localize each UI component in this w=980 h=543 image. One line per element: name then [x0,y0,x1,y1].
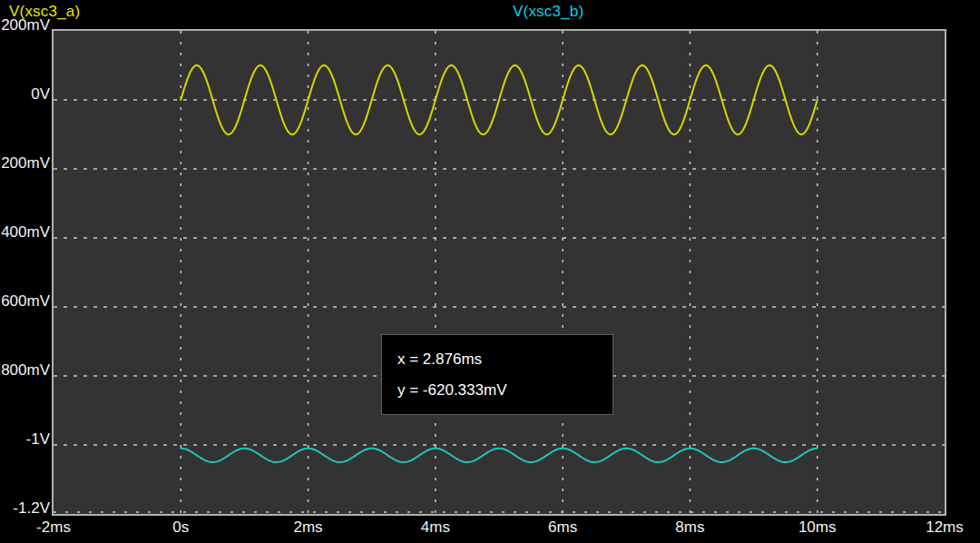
y-tick-label: -1.2V [0,499,50,518]
x-tick-label: 6ms [522,518,603,537]
cursor-x-value: x = 2.876ms [397,350,612,369]
trace-b-legend-label[interactable]: V(xsc3_b) [513,3,583,21]
x-tick-label: 8ms [649,518,730,537]
trace-a-waveform[interactable] [181,65,817,134]
cursor-readout-box[interactable]: x = 2.876ms y = -620.333mV [381,334,613,415]
waveform-viewer: V(xsc3_a) V(xsc3_b) 200mV0V200mV400mV600… [0,0,980,543]
trace-b-waveform[interactable] [181,449,817,462]
x-tick-label: -2ms [13,518,94,537]
plot-area[interactable] [52,29,946,516]
x-tick-label: 12ms [904,518,980,537]
x-tick-label: 0s [140,518,221,537]
y-tick-label: 200mV [0,16,50,35]
y-tick-label: 400mV [0,223,50,242]
x-tick-label: 2ms [268,518,349,537]
x-tick-label: 4ms [395,518,476,537]
y-tick-label: 0V [0,85,50,104]
waveform-svg [54,31,945,514]
y-tick-label: 600mV [0,292,50,311]
y-tick-label: -1V [0,430,50,449]
y-tick-label: 200mV [0,154,50,173]
x-tick-label: 10ms [777,518,858,537]
cursor-y-value: y = -620.333mV [397,381,612,400]
y-tick-label: 800mV [0,361,50,380]
